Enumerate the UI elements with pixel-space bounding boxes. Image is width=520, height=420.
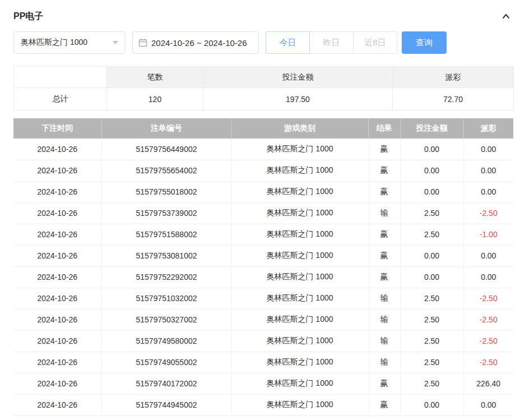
summary-total-row: 总计 120 197.50 72.70 xyxy=(14,88,514,110)
records-header-row: 下注时间注单编号游戏类别结果投注金额派彩 xyxy=(13,118,513,139)
table-cell: 51579753081002 xyxy=(101,245,231,266)
table-cell: 0.00 xyxy=(463,181,513,202)
table-cell: 2024-10-26 xyxy=(13,352,101,373)
table-cell: 2024-10-26 xyxy=(13,266,101,288)
table-cell: -2.50 xyxy=(463,352,513,373)
table-cell: 奥林匹斯之门 1000 xyxy=(231,373,368,394)
table-cell: 输 xyxy=(368,309,400,330)
table-cell: -2.50 xyxy=(463,288,513,309)
table-row: 2024-10-2651579753739002奥林匹斯之门 1000输2.50… xyxy=(13,202,513,224)
table-cell: 赢 xyxy=(368,224,400,245)
table-cell: 赢 xyxy=(368,266,400,288)
table-cell: 2024-10-26 xyxy=(13,139,101,160)
table-cell: 226.40 xyxy=(463,373,513,394)
table-cell: 51579744945002 xyxy=(101,394,231,416)
summary-total-label: 总计 xyxy=(14,88,107,110)
table-cell: 51579749580002 xyxy=(101,330,231,352)
table-cell: 奥林匹斯之门 1000 xyxy=(231,181,368,202)
table-cell: 2024-10-26 xyxy=(13,181,101,202)
table-cell: 奥林匹斯之门 1000 xyxy=(231,245,368,266)
summary-total-bet-amount: 197.50 xyxy=(203,88,393,110)
table-cell: 51579752292002 xyxy=(101,266,231,288)
table-cell: 2.50 xyxy=(400,352,463,373)
game-select-value: 奥林匹斯之门 1000 xyxy=(21,38,87,48)
table-cell: 赢 xyxy=(368,394,400,416)
table-cell: 0.00 xyxy=(400,266,463,288)
summary-header-payout: 派彩 xyxy=(393,67,514,88)
table-row: 2024-10-2651579751032002奥林匹斯之门 1000输2.50… xyxy=(13,288,513,309)
table-cell: 0.00 xyxy=(463,245,513,266)
table-row: 2024-10-2651579753081002奥林匹斯之门 1000赢0.00… xyxy=(13,245,513,266)
table-cell: 赢 xyxy=(368,139,400,160)
table-cell: 0.00 xyxy=(463,266,513,288)
records-column-header: 游戏类别 xyxy=(231,118,368,139)
records-table: 下注时间注单编号游戏类别结果投注金额派彩 2024-10-26515797564… xyxy=(13,118,513,416)
table-cell: 2.50 xyxy=(400,224,463,245)
records-column-header: 投注金额 xyxy=(400,118,463,139)
table-cell: 2024-10-26 xyxy=(13,373,101,394)
records-column-header: 下注时间 xyxy=(13,118,101,139)
summary-total-count: 120 xyxy=(107,88,203,110)
filter-bar: 奥林匹斯之门 1000 2024-10-26 ~ 2024-10-26 今日 昨… xyxy=(13,31,513,54)
table-cell: 赢 xyxy=(368,160,400,181)
summary-table: 笔数 投注金额 派彩 总计 120 197.50 72.70 xyxy=(13,66,514,110)
table-cell: 奥林匹斯之门 1000 xyxy=(231,394,368,416)
summary-header-blank xyxy=(14,67,107,88)
date-range-value: 2024-10-26 ~ 2024-10-26 xyxy=(151,38,247,48)
table-cell: 0.00 xyxy=(463,394,513,416)
table-row: 2024-10-2651579750327002奥林匹斯之门 1000输2.50… xyxy=(13,309,513,330)
table-cell: -2.50 xyxy=(463,330,513,352)
date-range-input[interactable]: 2024-10-26 ~ 2024-10-26 xyxy=(132,31,259,54)
summary-header-count: 笔数 xyxy=(107,67,203,88)
table-cell: 51579751588002 xyxy=(101,224,231,245)
table-row: 2024-10-2651579749580002奥林匹斯之门 1000输2.50… xyxy=(13,330,513,352)
records-column-header: 派彩 xyxy=(463,118,513,139)
table-cell: 51579755018002 xyxy=(101,181,231,202)
table-cell: 0.00 xyxy=(400,394,463,416)
table-row: 2024-10-2651579740172002奥林匹斯之门 1000赢2.50… xyxy=(13,373,513,394)
table-cell: 51579756449002 xyxy=(101,139,231,160)
table-row: 2024-10-2651579756449002奥林匹斯之门 1000赢0.00… xyxy=(13,139,513,160)
table-row: 2024-10-2651579744945002奥林匹斯之门 1000赢0.00… xyxy=(13,394,513,416)
table-cell: 51579751032002 xyxy=(101,288,231,309)
table-cell: 奥林匹斯之门 1000 xyxy=(231,330,368,352)
summary-header-bet-amount: 投注金额 xyxy=(203,67,393,88)
table-row: 2024-10-2651579752292002奥林匹斯之门 1000赢0.00… xyxy=(13,266,513,288)
table-cell: 0.00 xyxy=(400,181,463,202)
table-cell: -2.50 xyxy=(463,202,513,224)
calendar-icon xyxy=(138,38,147,47)
table-row: 2024-10-2651579749055002奥林匹斯之门 1000输2.50… xyxy=(13,352,513,373)
collapse-panel-button[interactable] xyxy=(501,11,511,21)
game-select[interactable]: 奥林匹斯之门 1000 xyxy=(13,31,126,54)
table-cell: 奥林匹斯之门 1000 xyxy=(231,266,368,288)
today-button[interactable]: 今日 xyxy=(266,31,310,54)
records-column-header: 结果 xyxy=(368,118,400,139)
table-cell: 51579753739002 xyxy=(101,202,231,224)
last-8-days-button[interactable]: 近8日 xyxy=(353,31,397,54)
table-cell: 奥林匹斯之门 1000 xyxy=(231,309,368,330)
page-title: PP电子 xyxy=(13,11,43,22)
table-cell: 0.00 xyxy=(400,245,463,266)
table-cell: 2024-10-26 xyxy=(13,394,101,416)
table-cell: 2024-10-26 xyxy=(13,288,101,309)
table-cell: 51579755654002 xyxy=(101,160,231,181)
table-cell: 奥林匹斯之门 1000 xyxy=(231,139,368,160)
table-cell: -2.50 xyxy=(463,309,513,330)
records-table-body: 2024-10-2651579756449002奥林匹斯之门 1000赢0.00… xyxy=(13,139,513,416)
table-cell: 奥林匹斯之门 1000 xyxy=(231,202,368,224)
table-cell: 0.00 xyxy=(463,139,513,160)
table-cell: 赢 xyxy=(368,245,400,266)
yesterday-button[interactable]: 昨日 xyxy=(309,31,354,54)
table-cell: 2024-10-26 xyxy=(13,245,101,266)
search-button[interactable]: 查询 xyxy=(402,31,447,54)
table-cell: 2.50 xyxy=(400,288,463,309)
table-cell: 输 xyxy=(368,202,400,224)
table-row: 2024-10-2651579751588002奥林匹斯之门 1000赢2.50… xyxy=(13,224,513,245)
table-cell: 51579749055002 xyxy=(101,352,231,373)
table-cell: 0.00 xyxy=(400,160,463,181)
caret-down-icon xyxy=(113,41,118,44)
table-cell: -1.00 xyxy=(463,224,513,245)
table-cell: 2.50 xyxy=(400,330,463,352)
summary-header-row: 笔数 投注金额 派彩 xyxy=(14,67,514,88)
table-cell: 2024-10-26 xyxy=(13,224,101,245)
